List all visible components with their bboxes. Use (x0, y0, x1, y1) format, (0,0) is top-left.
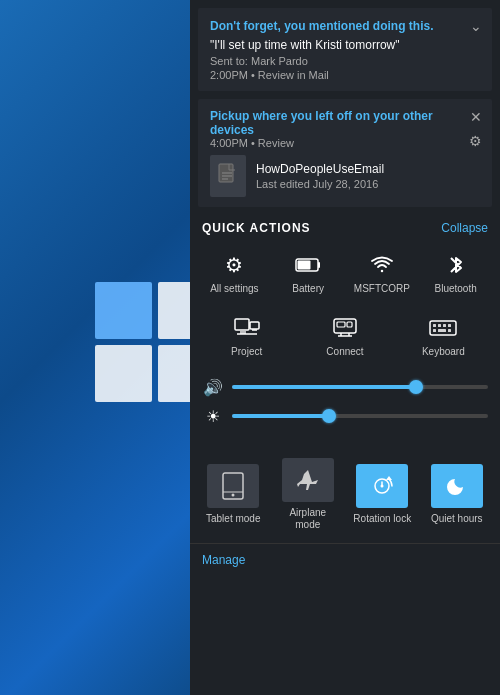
quick-actions-grid-row2: Project Connect (190, 303, 500, 366)
brightness-icon: ☀ (202, 407, 224, 426)
airplane-mode-label: Airplane mode (277, 507, 340, 531)
manage-link[interactable]: Manage (202, 553, 245, 567)
volume-fill (232, 385, 416, 389)
notification-card-1[interactable]: Don't forget, you mentioned doing this. … (198, 8, 492, 91)
svg-point-28 (232, 493, 235, 496)
battery-icon (290, 251, 326, 279)
quick-actions-header: QUICK ACTIONS Collapse (190, 211, 500, 241)
collapse-button[interactable]: Collapse (441, 221, 488, 235)
document-icon (210, 155, 246, 197)
chevron-down-icon: ⌄ (470, 18, 482, 34)
quick-action-battery[interactable]: Battery (272, 241, 345, 303)
bottom-action-rotation-lock[interactable]: Rotation lock (347, 448, 418, 539)
doc-date: Last edited July 28, 2016 (256, 178, 384, 190)
volume-slider[interactable] (232, 385, 488, 389)
keyboard-icon (425, 314, 461, 342)
svg-rect-6 (318, 262, 320, 268)
quick-action-bluetooth[interactable]: Bluetooth (419, 241, 492, 303)
svg-rect-26 (448, 329, 451, 332)
svg-rect-17 (337, 322, 345, 327)
notif1-quote: "I'll set up time with Kristi tomorrow" (210, 37, 480, 54)
brightness-fill (232, 414, 329, 418)
sliders-section: 🔊 ☀ (190, 366, 500, 444)
quick-action-all-settings[interactable]: ⚙ All settings (198, 241, 271, 303)
brightness-slider[interactable] (232, 414, 488, 418)
svg-rect-23 (448, 324, 451, 327)
bottom-action-quiet-hours[interactable]: Quiet hours (422, 448, 493, 539)
svg-rect-7 (298, 260, 311, 269)
keyboard-label: Keyboard (422, 346, 465, 358)
svg-rect-21 (438, 324, 441, 327)
bottom-action-airplane-mode[interactable]: Airplane mode (273, 448, 344, 539)
project-label: Project (231, 346, 262, 358)
bluetooth-label: Bluetooth (434, 283, 476, 295)
tablet-mode-label: Tablet mode (206, 513, 260, 525)
win-pane-tl (95, 282, 152, 339)
battery-label: Battery (292, 283, 324, 295)
quick-action-connect[interactable]: Connect (296, 304, 393, 366)
notification-card-2[interactable]: Pickup where you left off on your other … (198, 99, 492, 207)
svg-marker-31 (386, 476, 392, 480)
svg-rect-18 (347, 322, 352, 327)
tablet-mode-icon (207, 464, 259, 508)
doc-name: HowDoPeopleUseEmail (256, 162, 384, 176)
volume-slider-row: 🔊 (202, 378, 488, 397)
quick-action-keyboard[interactable]: Keyboard (395, 304, 492, 366)
action-center-panel: Don't forget, you mentioned doing this. … (190, 0, 500, 695)
notif1-title: Don't forget, you mentioned doing this. (210, 18, 480, 35)
brightness-thumb (322, 409, 336, 423)
manage-bar: Manage (190, 543, 500, 574)
svg-rect-19 (430, 321, 456, 335)
bottom-actions-grid: Tablet mode Airplane mode Ro (190, 444, 500, 543)
rotation-lock-icon (356, 464, 408, 508)
rotation-lock-label: Rotation lock (353, 513, 411, 525)
settings-icon: ⚙ (216, 251, 252, 279)
svg-rect-24 (433, 329, 436, 332)
gear-icon[interactable]: ⚙ (469, 133, 482, 149)
svg-rect-20 (433, 324, 436, 327)
win-pane-bl (95, 345, 152, 402)
doc-info: HowDoPeopleUseEmail Last edited July 28,… (256, 162, 384, 190)
notif2-title: Pickup where you left off on your other … (210, 109, 480, 137)
connect-label: Connect (326, 346, 363, 358)
quick-actions-title: QUICK ACTIONS (202, 221, 311, 235)
svg-point-33 (381, 484, 384, 487)
wifi-label: MSFTCORP (354, 283, 410, 295)
notif1-time: 2:00PM • Review in Mail (210, 69, 480, 81)
bottom-action-tablet-mode[interactable]: Tablet mode (198, 448, 269, 539)
all-settings-label: All settings (210, 283, 258, 295)
volume-icon: 🔊 (202, 378, 224, 397)
notif2-time: 4:00PM • Review (210, 137, 480, 149)
svg-rect-25 (438, 329, 446, 332)
volume-thumb (409, 380, 423, 394)
connect-icon (327, 314, 363, 342)
svg-rect-11 (250, 322, 259, 329)
svg-rect-22 (443, 324, 446, 327)
quiet-hours-label: Quiet hours (431, 513, 483, 525)
quiet-hours-icon (431, 464, 483, 508)
quick-actions-grid-row1: ⚙ All settings Battery (190, 241, 500, 303)
quick-action-wifi[interactable]: MSFTCORP (346, 241, 419, 303)
wifi-icon (364, 251, 400, 279)
notif2-content: HowDoPeopleUseEmail Last edited July 28,… (210, 155, 480, 197)
close-icon[interactable]: ✕ (470, 109, 482, 125)
quick-action-project[interactable]: Project (198, 304, 295, 366)
notif1-sent: Sent to: Mark Pardo (210, 55, 480, 67)
svg-rect-8 (235, 319, 249, 330)
airplane-mode-icon (282, 458, 334, 502)
bluetooth-icon (438, 251, 474, 279)
brightness-slider-row: ☀ (202, 407, 488, 426)
project-icon (229, 314, 265, 342)
